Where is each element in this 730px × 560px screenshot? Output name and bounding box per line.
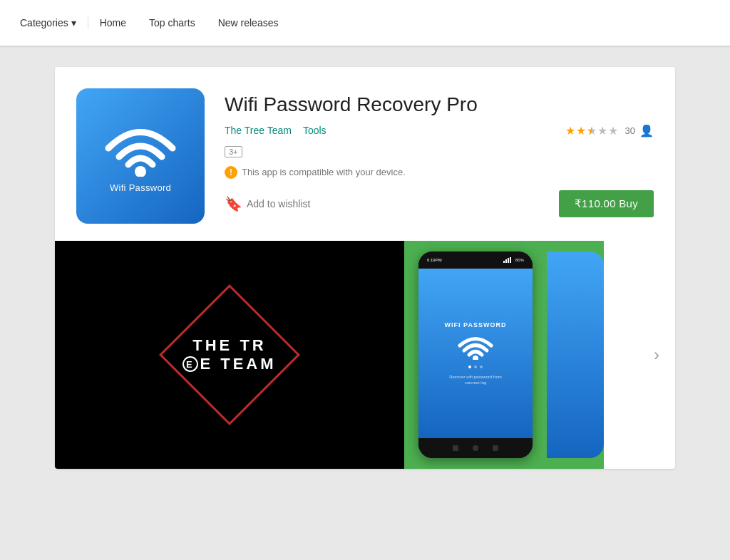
phone-subtitle: Recover wifi password fromconnect log [449,374,502,386]
phone-dots [468,365,483,368]
signal-icon [503,257,513,263]
phone-screen: WIFI PASSWORD Recover wifi pass [418,269,533,438]
svg-rect-2 [505,259,507,263]
home-link[interactable]: Home [100,17,126,28]
compatible-text: This app is compatible with your device. [242,167,406,177]
rating-row: ★ ★ ★★ ★ ★ 30 👤 [565,124,654,138]
star-4: ★ [597,124,607,138]
svg-point-0 [135,166,146,177]
rating-count: 30 [625,125,635,136]
top-navigation: Categories ▾ Home Top charts New release… [0,0,730,46]
phone-time: 6:19PM [427,258,442,262]
star-1: ★ [565,124,575,138]
info-icon: ! [225,166,237,179]
phone-battery: 80% [515,258,524,262]
star-3-half: ★★ [587,124,597,138]
star-2: ★ [576,124,586,138]
app-icon-container: Wifi Password [76,88,205,224]
person-icon: 👤 [639,124,654,138]
categories-label: Categories [20,17,68,28]
app-icon: Wifi Password [76,88,205,224]
svg-point-5 [473,356,478,360]
screenshot-tree-team: THE TR EE TEAM [55,241,404,469]
phone-top-bar: 6:19PM 80% [418,252,533,269]
categories-dropdown[interactable]: Categories ▾ [14,17,88,28]
star-5: ★ [608,124,618,138]
screenshot-phone-2-partial [547,241,604,469]
new-releases-link[interactable]: New releases [218,17,279,28]
phone-dot-2 [474,365,477,368]
stars-display: ★ ★ ★★ ★ ★ [565,124,618,138]
chevron-down-icon: ▾ [71,17,76,28]
phone-mockup-1: 6:19PM 80% WIFI PASSWORD [418,252,533,458]
phone-home-btn [473,445,478,451]
actions-row: 🔖 Add to wishlist ₹110.00 Buy [225,190,654,217]
svg-rect-4 [510,257,511,263]
svg-rect-1 [503,261,505,263]
compatible-row: ! This app is compatible with your devic… [225,166,654,179]
full-logo-text: THE TR EE TEAM [182,336,276,373]
app-card: Wifi Password Wifi Password Recovery Pro… [55,67,675,469]
chevron-right-icon: › [654,345,659,365]
app-icon-label: Wifi Password [110,182,171,193]
nav-links: Home Top charts New releases [100,17,279,28]
partial-phone [547,252,604,458]
circle-e: E [182,356,198,372]
app-title: Wifi Password Recovery Pro [225,93,654,117]
phone-dot-1 [468,365,471,368]
app-info: Wifi Password Recovery Pro The Tree Team… [225,88,654,224]
phone-back-btn [453,445,458,451]
wishlist-label: Add to wishlist [247,198,310,209]
buy-button[interactable]: ₹110.00 Buy [559,190,654,217]
phone-recents-btn [493,445,498,451]
logo-line-team: EE TEAM [182,355,276,373]
age-badge: 3+ [225,146,242,157]
logo-line-the: THE TR [192,336,266,355]
app-header: Wifi Password Wifi Password Recovery Pro… [76,88,654,224]
app-meta-row: The Tree Team Tools ★ ★ ★★ ★ ★ 30 [225,124,654,138]
bookmark-icon: 🔖 [225,195,242,212]
app-category[interactable]: Tools [303,125,327,136]
screenshots-section: THE TR EE TEAM 6:19PM [55,241,675,469]
add-to-wishlist-button[interactable]: 🔖 Add to wishlist [225,195,310,212]
phone-dot-3 [480,365,483,368]
wifi-icon [101,120,180,177]
top-charts-link[interactable]: Top charts [149,17,195,28]
phone-bottom-bar [418,438,533,458]
next-screenshot-button[interactable]: › [645,343,668,366]
app-developer[interactable]: The Tree Team [225,125,292,136]
phone-app-title: WIFI PASSWORD [445,321,507,328]
phone-status-icons: 80% [503,257,524,263]
svg-rect-3 [508,258,509,263]
screenshot-phone-1: 6:19PM 80% WIFI PASSWORD [404,241,547,469]
main-area: Wifi Password Wifi Password Recovery Pro… [0,46,730,490]
phone-wifi-icon [458,334,493,360]
diamond-container: THE TR EE TEAM [182,336,276,373]
partial-screen [547,252,604,458]
